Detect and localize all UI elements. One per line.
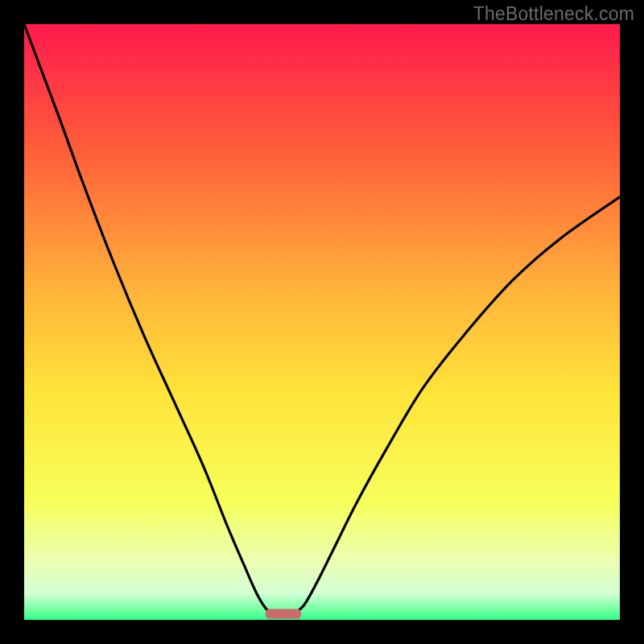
chart-background	[24, 24, 620, 620]
optimal-marker	[266, 609, 301, 619]
chart-frame	[24, 24, 620, 620]
watermark-label: TheBottleneck.com	[473, 3, 634, 25]
bottleneck-chart	[24, 24, 620, 620]
